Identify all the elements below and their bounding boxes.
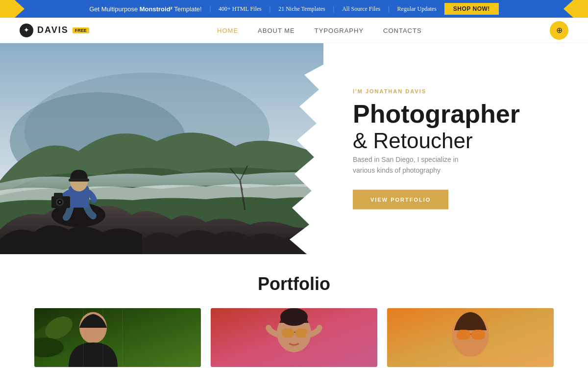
svg-rect-27 [282,329,294,338]
portfolio-card-3[interactable] [387,308,554,367]
hero-description: Based in San Diego, I specialize in vari… [353,154,559,176]
stat-2: 21 Niche Templates [278,5,325,13]
nav-item-typography[interactable]: TYPOGRAPHY [315,26,364,35]
logo: DAVIS FREE [20,24,89,37]
hero-section: I'M JONATHAN DAVIS Photographer & Retouc… [0,43,588,254]
social-icon: ⊕ [556,26,563,35]
divider-1: | [210,5,211,13]
hero-desc-line2: various kinds of photography [353,166,441,174]
portfolio-image-1 [34,308,201,367]
left-decoration [0,0,24,18]
divider-3: | [333,5,334,13]
navbar: DAVIS FREE HOME ABOUT ME TYPOGRAPHY CONT… [0,18,588,43]
svg-point-11 [59,201,61,203]
stat-1: 400+ HTML Files [219,5,262,13]
hero-desc-line1: Based in San Diego, I specialize in [353,156,459,163]
nav-item-about[interactable]: ABOUT ME [258,26,295,35]
svg-rect-28 [295,329,308,338]
logo-badge: FREE [73,27,89,33]
top-banner: Get Multipurpose Monstroid² Template! | … [0,0,588,18]
brand-name: Monstroid² [140,5,172,13]
hero-subtitle: I'M JONATHAN DAVIS [353,88,559,94]
photo-scene [0,43,323,254]
nav-link-typography[interactable]: TYPOGRAPHY [315,27,364,34]
portfolio-image-2 [211,308,377,367]
logo-name: DAVIS [37,25,69,35]
hero-photo [0,43,323,254]
view-portfolio-button[interactable]: VIEW PORTFOLIO [353,189,448,209]
logo-icon [20,24,33,37]
banner-content: Get Multipurpose Monstroid² Template! | … [89,3,499,15]
stat-4: Regular Updates [397,5,437,13]
nav-link-home[interactable]: HOME [217,27,238,34]
portfolio-section: Portfolio [0,254,588,367]
nav-item-contacts[interactable]: CONTACTS [383,26,422,35]
svg-rect-6 [69,179,89,182]
social-icon-button[interactable]: ⊕ [550,21,568,40]
banner-text: Get Multipurpose Monstroid² Template! [89,5,202,13]
svg-rect-8 [54,193,63,198]
divider-2: | [270,5,270,13]
stat-3: All Source Files [342,5,380,13]
right-decoration [564,0,588,18]
nav-item-home[interactable]: HOME [217,26,238,35]
portfolio-title: Portfolio [258,274,330,294]
portfolio-card-1[interactable] [34,308,201,367]
portfolio-image-3 [387,308,554,367]
landscape-svg [0,43,323,254]
nav-links: HOME ABOUT ME TYPOGRAPHY CONTACTS [217,26,422,35]
nav-link-about[interactable]: ABOUT ME [258,27,295,34]
portfolio-grid [0,308,588,367]
hero-title-retoucher: & Retoucher [353,129,473,153]
portfolio-card-2[interactable] [211,308,377,367]
svg-rect-35 [387,308,554,367]
nav-link-contacts[interactable]: CONTACTS [383,27,422,34]
portfolio-title-text: Portfolio [258,274,330,294]
hero-content: I'M JONATHAN DAVIS Photographer & Retouc… [353,88,559,210]
svg-point-26 [280,308,308,326]
divider-4: | [388,5,389,13]
hero-title-main: Photographer & Retoucher [353,100,559,154]
shop-now-button[interactable]: SHOP NOW! [444,3,499,15]
hero-title-photographer: Photographer [353,100,520,128]
